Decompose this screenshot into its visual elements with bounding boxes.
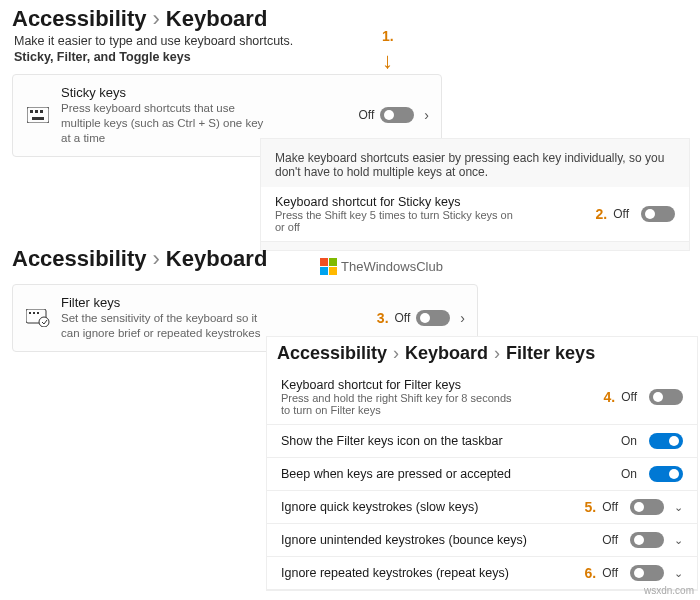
chevron-right-icon: › (153, 246, 160, 272)
filter-row-5: Ignore repeated keystrokes (repeat keys)… (267, 557, 697, 590)
sticky-subpanel: Make keyboard shortcuts easier by pressi… (260, 138, 690, 251)
chevron-down-icon[interactable]: ⌄ (674, 501, 683, 514)
svg-rect-3 (40, 110, 43, 113)
filter-state: Off (395, 311, 411, 325)
toggle[interactable] (630, 565, 664, 581)
row-title: Show the Filter keys icon on the taskbar (281, 434, 611, 448)
bc-accessibility[interactable]: Accessibility (12, 246, 147, 272)
filter-row-0: Keyboard shortcut for Filter keysPress a… (267, 370, 697, 425)
toggle[interactable] (630, 532, 664, 548)
state-label: Off (602, 566, 618, 580)
state-label: Off (613, 207, 629, 221)
bc-filter-keys: Filter keys (506, 343, 595, 364)
bc-keyboard[interactable]: Keyboard (405, 343, 488, 364)
toggle[interactable] (649, 466, 683, 482)
toggle[interactable] (630, 499, 664, 515)
sticky-shortcut-toggle[interactable] (641, 206, 675, 222)
sticky-shortcut-row: Keyboard shortcut for Sticky keys Press … (261, 187, 689, 242)
svg-rect-6 (29, 312, 31, 314)
arrow-down-icon: ↓ (382, 48, 393, 74)
filter-row-3: Ignore quick keystrokes (slow keys)5.Off… (267, 491, 697, 524)
sticky-title: Sticky keys (61, 85, 359, 100)
filter-row-1: Show the Filter keys icon on the taskbar… (267, 425, 697, 458)
bc-accessibility[interactable]: Accessibility (277, 343, 387, 364)
row-title: Beep when keys are pressed or accepted (281, 467, 611, 481)
chevron-right-icon: › (393, 343, 399, 364)
annotation: 5. (585, 499, 597, 515)
row-desc: Press the Shift key 5 times to turn Stic… (275, 209, 525, 233)
state-label: Off (602, 500, 618, 514)
section-heading: Sticky, Filter, and Toggle keys (0, 50, 700, 64)
row-title: Ignore repeated keystrokes (repeat keys) (281, 566, 575, 580)
filter-toggle[interactable] (416, 310, 450, 326)
sticky-desc: Press keyboard shortcuts that use multip… (61, 101, 271, 146)
row-desc: Press and hold the right Shift key for 8… (281, 392, 521, 416)
filter-subpanel: Accessibility › Keyboard › Filter keys K… (266, 336, 698, 591)
state-label: Off (621, 390, 637, 404)
annotation-2: 2. (596, 206, 608, 222)
row-title: Ignore quick keystrokes (slow keys) (281, 500, 575, 514)
row-title: Keyboard shortcut for Filter keys (281, 378, 594, 392)
filter-row-2: Beep when keys are pressed or acceptedOn (267, 458, 697, 491)
sticky-state: Off (359, 108, 375, 122)
toggle[interactable] (649, 389, 683, 405)
chevron-down-icon[interactable]: ⌄ (674, 567, 683, 580)
filter-row-4: Ignore unintended keystrokes (bounce key… (267, 524, 697, 557)
svg-rect-7 (33, 312, 35, 314)
breadcrumb: Accessibility › Keyboard › Filter keys (267, 337, 697, 370)
svg-point-9 (39, 317, 49, 327)
sticky-sub-intro: Make keyboard shortcuts easier by pressi… (261, 147, 689, 187)
chevron-down-icon[interactable]: ⌄ (674, 534, 683, 547)
row-title: Ignore unintended keystrokes (bounce key… (281, 533, 592, 547)
breadcrumb: Accessibility › Keyboard (0, 0, 700, 34)
keyboard-filter-icon (25, 305, 51, 331)
toggle[interactable] (649, 433, 683, 449)
svg-rect-0 (27, 107, 49, 123)
row-title: Keyboard shortcut for Sticky keys (275, 195, 586, 209)
svg-rect-8 (37, 312, 39, 314)
filter-desc: Set the sensitivity of the keyboard so i… (61, 311, 271, 341)
bc-accessibility[interactable]: Accessibility (12, 6, 147, 32)
chevron-right-icon: › (494, 343, 500, 364)
state-label: On (621, 467, 637, 481)
section-subtitle: Make it easier to type and use keyboard … (0, 34, 700, 48)
chevron-right-icon[interactable]: › (424, 107, 429, 123)
svg-rect-1 (30, 110, 33, 113)
thewindowsclub-logo: TheWindowsClub (320, 258, 443, 275)
keyboard-icon (25, 102, 51, 128)
bc-keyboard: Keyboard (166, 6, 267, 32)
section-sticky: Accessibility › Keyboard Make it easier … (0, 0, 700, 157)
state-label: On (621, 434, 637, 448)
annotation: 4. (604, 389, 616, 405)
chevron-right-icon: › (153, 6, 160, 32)
svg-rect-2 (35, 110, 38, 113)
annotation-1: 1. (382, 28, 394, 44)
annotation: 6. (585, 565, 597, 581)
filter-title: Filter keys (61, 295, 377, 310)
bc-keyboard: Keyboard (166, 246, 267, 272)
sticky-toggle[interactable] (380, 107, 414, 123)
svg-rect-4 (32, 117, 44, 120)
chevron-right-icon[interactable]: › (460, 310, 465, 326)
annotation-3: 3. (377, 310, 389, 326)
watermark: wsxdn.com (644, 585, 694, 596)
state-label: Off (602, 533, 618, 547)
